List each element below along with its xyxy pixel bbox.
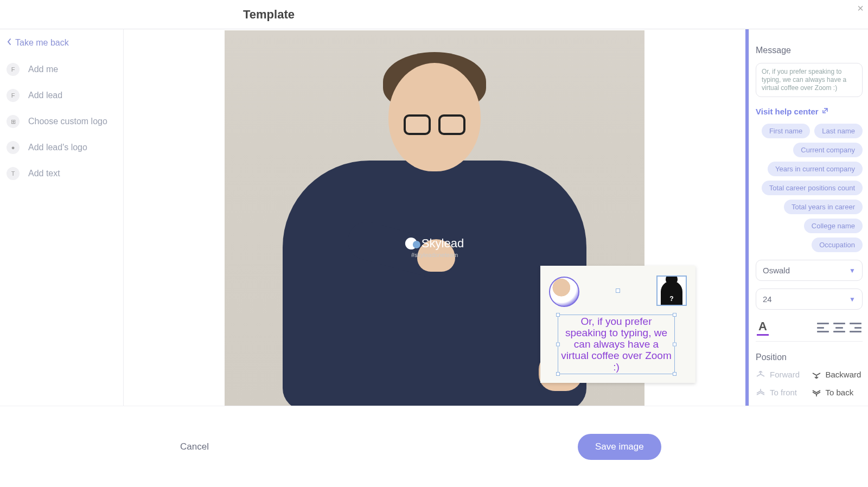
chip-college[interactable]: College name xyxy=(804,219,863,233)
position-to-back-button[interactable]: To back xyxy=(812,388,863,397)
lead-avatar-placeholder[interactable] xyxy=(656,275,687,306)
back-link-label: Take me back xyxy=(15,38,69,48)
back-link[interactable]: Take me back xyxy=(7,38,117,48)
chevron-down-icon: ▼ xyxy=(849,296,856,303)
text-element-content: Or, if you prefer speaking to typing, we… xyxy=(561,316,671,373)
sidebar-item-label: Add me xyxy=(28,65,58,74)
position-forward-button[interactable]: Forward xyxy=(756,370,807,379)
font-family-select[interactable]: Oswald ▼ xyxy=(756,260,863,281)
text-icon: T xyxy=(7,167,20,180)
message-input[interactable]: Or, if you prefer speaking to typing, we… xyxy=(756,63,863,97)
sidebar-item-label: Choose custom logo xyxy=(28,117,107,126)
chip-total-years[interactable]: Total years in career xyxy=(784,200,863,214)
properties-panel: Message Or, if you prefer speaking to ty… xyxy=(749,29,868,406)
send-to-back-icon xyxy=(812,389,821,396)
message-label: Message xyxy=(756,46,863,55)
position-to-front-button[interactable]: To front xyxy=(756,388,807,397)
position-backward-button[interactable]: Backward xyxy=(812,370,863,379)
resize-handle[interactable] xyxy=(673,313,676,317)
sidebar-item-add-me[interactable]: F Add me xyxy=(7,60,117,79)
resize-handle[interactable] xyxy=(673,343,676,347)
sidebar-item-label: Add text xyxy=(28,169,60,178)
me-avatar[interactable] xyxy=(549,277,579,307)
font-family-value: Oswald xyxy=(763,266,790,275)
send-backward-icon xyxy=(812,371,821,379)
cancel-button[interactable]: Cancel xyxy=(180,441,209,452)
pos-label: To front xyxy=(770,388,797,397)
footer-bar: Cancel Save image xyxy=(0,406,868,487)
sidebar-item-label: Add lead xyxy=(28,91,62,100)
align-center-button[interactable] xyxy=(833,323,845,332)
font-size-value: 24 xyxy=(763,294,772,304)
close-icon[interactable]: × xyxy=(857,2,864,15)
chip-first-name[interactable]: First name xyxy=(762,124,810,138)
template-canvas[interactable]: Skylead #skyleadoneteam Or, if you prefe… xyxy=(225,30,644,406)
help-center-link[interactable]: Visit help center xyxy=(756,107,863,116)
pos-label: To back xyxy=(826,388,854,397)
pos-label: Backward xyxy=(826,370,861,379)
chevron-down-icon: ▼ xyxy=(849,267,856,274)
pos-label: Forward xyxy=(770,370,800,379)
hoodie-logo-text: Skylead xyxy=(422,236,464,251)
variable-chips: First name Last name Current company Yea… xyxy=(756,124,863,252)
sidebar-item-add-lead[interactable]: F Add lead xyxy=(7,86,117,105)
chevron-left-icon xyxy=(7,38,12,48)
sidebar-item-lead-logo[interactable]: ● Add lead's logo xyxy=(7,138,117,157)
sidebar-item-choose-logo[interactable]: ⊞ Choose custom logo xyxy=(7,112,117,131)
bring-forward-icon xyxy=(756,371,765,379)
font-size-select[interactable]: 24 ▼ xyxy=(756,289,863,310)
canvas-area: Skylead #skyleadoneteam Or, if you prefe… xyxy=(124,29,745,406)
chip-positions-count[interactable]: Total career positions count xyxy=(762,181,863,195)
skylead-logo-icon xyxy=(405,238,417,249)
silhouette-icon xyxy=(661,281,682,305)
resize-handle[interactable] xyxy=(616,289,620,293)
chip-occupation[interactable]: Occupation xyxy=(812,238,863,252)
person-icon: F xyxy=(7,63,20,76)
hoodie-logo-sub: #skyleadoneteam xyxy=(411,252,458,258)
page-title: Template xyxy=(243,8,295,22)
resize-handle[interactable] xyxy=(673,372,676,376)
left-sidebar: Take me back F Add me F Add lead ⊞ Choos… xyxy=(0,29,124,406)
chip-years-company[interactable]: Years in current company xyxy=(768,162,863,176)
person-icon: F xyxy=(7,89,20,102)
align-left-button[interactable] xyxy=(817,323,829,332)
text-color-button[interactable]: A xyxy=(757,319,769,336)
chip-current-company[interactable]: Current company xyxy=(793,143,863,157)
save-image-button[interactable]: Save image xyxy=(578,434,661,460)
chip-last-name[interactable]: Last name xyxy=(814,124,863,138)
held-card: Or, if you prefer speaking to typing, we… xyxy=(540,266,695,383)
hoodie-logo: Skylead xyxy=(405,236,464,251)
text-element-selected[interactable]: Or, if you prefer speaking to typing, we… xyxy=(558,315,675,374)
sidebar-item-label: Add lead's logo xyxy=(28,143,87,152)
help-link-label: Visit help center xyxy=(756,107,819,116)
sidebar-item-add-text[interactable]: T Add text xyxy=(7,164,117,183)
bring-to-front-icon xyxy=(756,389,765,396)
align-right-button[interactable] xyxy=(850,323,861,332)
resize-handle[interactable] xyxy=(556,343,560,347)
logo-icon: ● xyxy=(7,141,20,154)
position-label: Position xyxy=(756,353,863,362)
text-toolbar: A xyxy=(756,317,863,342)
resize-handle[interactable] xyxy=(556,313,560,317)
resize-handle[interactable] xyxy=(556,372,560,376)
image-icon: ⊞ xyxy=(7,115,20,128)
external-link-icon xyxy=(822,107,828,116)
